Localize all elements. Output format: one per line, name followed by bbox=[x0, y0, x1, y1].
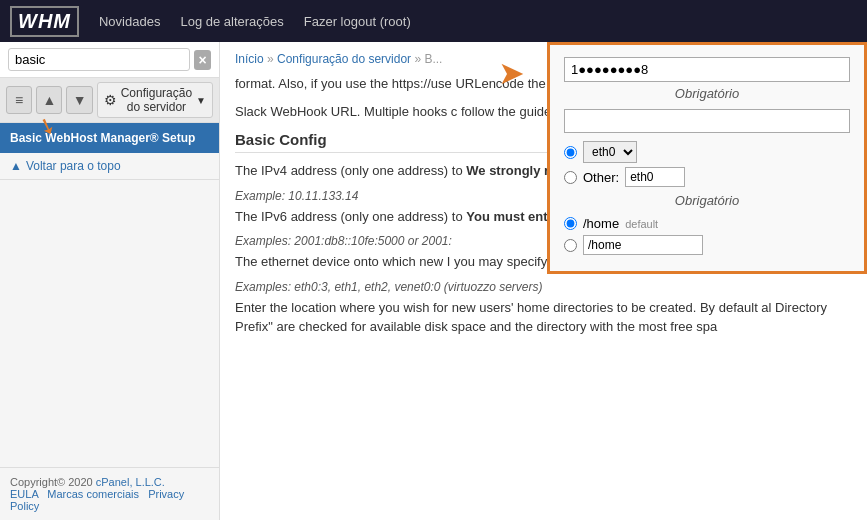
search-input[interactable] bbox=[8, 48, 190, 71]
breadcrumb-inicio[interactable]: Início bbox=[235, 52, 264, 66]
other-radio-label: Other: bbox=[583, 170, 619, 185]
home-other-radio[interactable] bbox=[564, 239, 577, 252]
other-radio-row: Other: bbox=[564, 167, 850, 187]
sidebar-nav-row: ≡ ▲ ▼ ⚙ Configuração do servidor ▼ ➘ bbox=[0, 78, 219, 123]
required-label-1: Obrigatório bbox=[564, 86, 850, 101]
ip-address-field[interactable] bbox=[564, 57, 850, 82]
main-layout: × ≡ ▲ ▼ ⚙ Configuração do servidor ▼ ➘ B… bbox=[0, 42, 867, 520]
ipv4-text: The IPv4 address (only one address) to bbox=[235, 163, 463, 178]
breadcrumb-sep1: » bbox=[264, 52, 277, 66]
search-bar: × bbox=[0, 42, 219, 78]
trademarks-link[interactable]: Marcas comerciais bbox=[47, 488, 139, 500]
whm-logo: WHM bbox=[10, 6, 79, 37]
back-label: Voltar para o topo bbox=[26, 159, 121, 173]
search-clear-button[interactable]: × bbox=[194, 50, 211, 70]
other-radio[interactable] bbox=[564, 171, 577, 184]
nav-up-button[interactable]: ▲ bbox=[36, 86, 62, 114]
ethernet-radio-group: eth0 Other: bbox=[564, 141, 850, 187]
breadcrumb-config[interactable]: Configuração do servidor bbox=[277, 52, 411, 66]
home-default-suffix: default bbox=[625, 218, 658, 230]
cpanel-link[interactable]: cPanel, L.L.C. bbox=[96, 476, 165, 488]
home-default-row: /home default bbox=[564, 216, 850, 231]
home-radio-group: /home default bbox=[564, 216, 850, 255]
home-other-row bbox=[564, 235, 850, 255]
orange-arrow-icon: ➤ bbox=[498, 57, 525, 89]
sidebar-menu-item-basic[interactable]: Basic WebHost Manager® Setup bbox=[0, 123, 219, 153]
eth0-select[interactable]: eth0 bbox=[583, 141, 637, 163]
config-servidor-label: Configuração do servidor bbox=[121, 86, 192, 114]
home-other-input[interactable] bbox=[583, 235, 703, 255]
nav-logout[interactable]: Fazer logout (root) bbox=[304, 14, 411, 29]
required-label-2: Obrigatório bbox=[564, 193, 850, 208]
other-eth-input[interactable] bbox=[625, 167, 685, 187]
eula-link[interactable]: EULA bbox=[10, 488, 38, 500]
home-default-radio[interactable] bbox=[564, 217, 577, 230]
nav-novidades[interactable]: Novidades bbox=[99, 14, 160, 29]
nav-menu-button[interactable]: ≡ bbox=[6, 86, 32, 114]
chevron-down-icon: ▼ bbox=[196, 95, 206, 106]
main-content: Início » Configuração do servidor » B...… bbox=[220, 42, 867, 520]
breadcrumb-current: » B... bbox=[411, 52, 442, 66]
up-icon: ▲ bbox=[10, 159, 22, 173]
overlay-panel: ➤ Obrigatório eth0 Other: bbox=[547, 42, 867, 274]
sidebar-back-button[interactable]: ▲ Voltar para o topo bbox=[0, 153, 219, 180]
eth-examples: Examples: eth0:3, eth1, eth2, venet0:0 (… bbox=[235, 280, 852, 294]
ipv6-address-field[interactable] bbox=[564, 109, 850, 133]
eth0-radio[interactable] bbox=[564, 146, 577, 159]
copyright-text: Copyright© 2020 bbox=[10, 476, 96, 488]
nav-down-button[interactable]: ▼ bbox=[66, 86, 92, 114]
ipv6-text: The IPv6 address (only one address) to bbox=[235, 209, 463, 224]
home-description: Enter the location where you wish for ne… bbox=[235, 298, 852, 337]
nav-log-alteracoes[interactable]: Log de alterações bbox=[180, 14, 283, 29]
config-servidor-button[interactable]: ⚙ Configuração do servidor ▼ bbox=[97, 82, 213, 118]
eth0-radio-row: eth0 bbox=[564, 141, 850, 163]
sidebar-footer: Copyright© 2020 cPanel, L.L.C. EULA Marc… bbox=[0, 467, 219, 520]
sidebar: × ≡ ▲ ▼ ⚙ Configuração do servidor ▼ ➘ B… bbox=[0, 42, 220, 520]
top-navigation: WHM Novidades Log de alterações Fazer lo… bbox=[0, 0, 867, 42]
gear-icon: ⚙ bbox=[104, 92, 117, 108]
home-default-label: /home bbox=[583, 216, 619, 231]
